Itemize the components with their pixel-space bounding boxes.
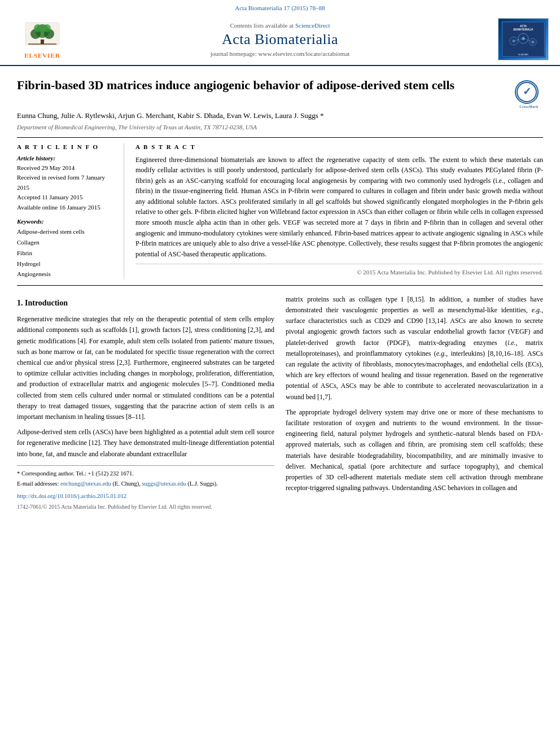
accepted-date: Accepted 11 January 2015 — [17, 193, 115, 203]
history-label: Article history: — [17, 155, 115, 161]
svg-point-17 — [512, 40, 515, 42]
elsevier-label: ELSEVIER — [24, 52, 60, 59]
elsevier-logo-section: ELSEVIER — [11, 20, 73, 59]
right-paragraph-2: The appropriate hydrogel delivery system… — [286, 407, 543, 494]
journal-cover-image: ACTA BIOMATERIALIA ELSEVIER — [498, 18, 549, 60]
keyword-1: Adipose-derived stem cells — [17, 226, 115, 237]
keyword-4: Hydrogel — [17, 259, 115, 269]
elsevier-logo: ELSEVIER — [11, 20, 73, 59]
sciencedirect-link[interactable]: ScienceDirect — [295, 22, 330, 29]
article-history: Article history: Received 29 May 2014 Re… — [17, 155, 115, 213]
received-date: Received 29 May 2014 — [17, 163, 115, 173]
intro-heading: 1. Introduction — [17, 297, 274, 309]
contents-available-text: Contents lists available at ScienceDirec… — [73, 22, 487, 29]
body-two-col: 1. Introduction Regenerative medicine st… — [17, 294, 543, 512]
svg-text:ACTA: ACTA — [520, 25, 527, 28]
journal-header-center: Contents lists available at ScienceDirec… — [73, 22, 487, 57]
abstract-text: Engineered three-dimensional biomaterial… — [135, 155, 543, 260]
keywords-label: Keywords: — [17, 218, 115, 225]
abstract-copyright: © 2015 Acta Materialia Inc. Published by… — [135, 264, 543, 276]
svg-point-19 — [531, 41, 534, 43]
revised-date: Received in revised form 7 January 2015 — [17, 173, 115, 193]
email-link-2[interactable]: suggs@utexas.edu — [142, 480, 186, 487]
right-paragraph-1: matrix proteins such as collagen type I … — [286, 294, 543, 403]
article-info-abstract-section: A R T I C L E I N F O Article history: R… — [17, 137, 543, 286]
svg-text:BIOMATERIALIA: BIOMATERIALIA — [514, 28, 534, 31]
svg-point-18 — [522, 37, 524, 40]
journal-citation: Acta Biomaterialia 17 (2015) 78–88 — [235, 5, 325, 11]
article-title: Fibrin-based 3D matrices induce angiogen… — [17, 77, 515, 94]
abstract-column: A B S T R A C T Engineered three-dimensi… — [135, 143, 543, 279]
elsevier-tree-icon — [20, 20, 65, 51]
article-info-label: A R T I C L E I N F O — [17, 143, 115, 150]
footer-copyright: 1742-7061/© 2015 Acta Materialia Inc. Pu… — [17, 503, 274, 512]
article-content: Fibrin-based 3D matrices induce angiogen… — [0, 66, 560, 523]
journal-citation-bar: Acta Biomaterialia 17 (2015) 78–88 — [0, 0, 560, 14]
abstract-label: A B S T R A C T — [135, 143, 543, 150]
crossmark-badge[interactable]: ✓ CrossMark — [515, 80, 543, 106]
doi-link[interactable]: http://dx.doi.org/10.1016/j.actbio.2015.… — [17, 492, 274, 501]
affiliation-line: Department of Biomedical Engineering, Th… — [17, 124, 543, 130]
keyword-5: Angiogenesis — [17, 269, 115, 279]
cover-svg: ACTA BIOMATERIALIA ELSEVIER — [498, 21, 548, 58]
crossmark-label: CrossMark — [515, 105, 543, 108]
svg-text:✓: ✓ — [523, 86, 531, 97]
intro-paragraph-2: Adipose-derived stem cells (ASCs) have b… — [17, 427, 274, 460]
keywords-section: Keywords: Adipose-derived stem cells Col… — [17, 218, 115, 279]
authors-text: Eunna Chung, Julie A. Rytlewski, Arjun G… — [17, 111, 324, 120]
journal-title: Acta Biomaterialia — [73, 31, 487, 48]
svg-point-6 — [43, 24, 51, 32]
article-info-column: A R T I C L E I N F O Article history: R… — [17, 143, 124, 279]
page-wrapper: Acta Biomaterialia 17 (2015) 78–88 — [0, 0, 560, 747]
crossmark-icon[interactable]: ✓ — [515, 80, 539, 104]
svg-point-5 — [34, 24, 42, 32]
keyword-2: Collagen — [17, 237, 115, 248]
footnotes-section: * Corresponding author. Tel.: +1 (512) 2… — [17, 465, 274, 512]
body-right-col: matrix proteins such as collagen type I … — [286, 294, 543, 512]
journal-homepage: journal homepage: www.elsevier.com/locat… — [73, 50, 487, 57]
article-title-section: Fibrin-based 3D matrices induce angiogen… — [17, 72, 543, 106]
footnote-corresponding: * Corresponding author. Tel.: +1 (512) 2… — [17, 469, 274, 478]
email-link-1[interactable]: enchung@utexas.edu — [60, 480, 111, 487]
intro-paragraph-1: Regenerative medicine strategies that re… — [17, 314, 274, 422]
journal-cover-section: ACTA BIOMATERIALIA ELSEVIER — [487, 18, 549, 60]
body-left-col: 1. Introduction Regenerative medicine st… — [17, 294, 274, 512]
svg-rect-1 — [41, 40, 44, 44]
journal-header: ELSEVIER Contents lists available at Sci… — [0, 14, 560, 66]
svg-text:ELSEVIER: ELSEVIER — [518, 54, 528, 56]
keyword-3: Fibrin — [17, 248, 115, 259]
available-date: Available online 16 January 2015 — [17, 203, 115, 213]
footnote-email: E-mail addresses: enchung@utexas.edu (E.… — [17, 479, 274, 488]
authors-line: Eunna Chung, Julie A. Rytlewski, Arjun G… — [17, 110, 543, 121]
